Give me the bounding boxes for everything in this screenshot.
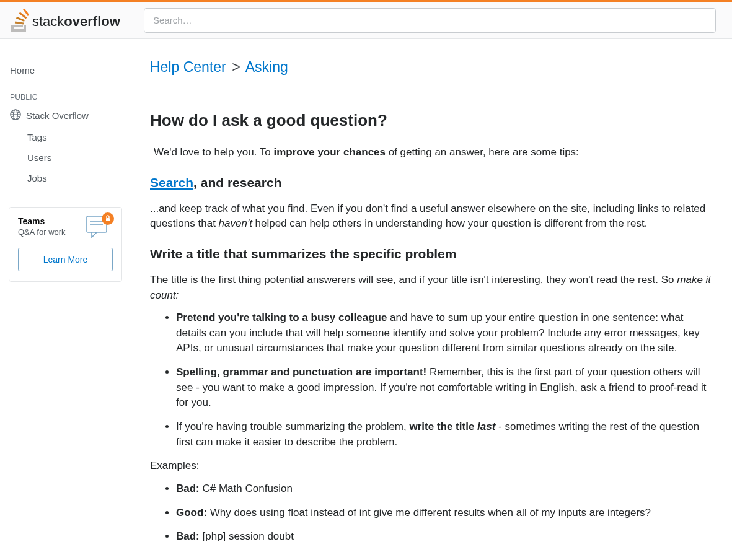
sidebar-item-stackoverflow[interactable]: Stack Overflow bbox=[0, 104, 131, 127]
search-heading: Search, and research bbox=[150, 175, 713, 190]
example-text: C# Math Confusion bbox=[200, 483, 293, 494]
example-item: Good: Why does using float instead of in… bbox=[176, 505, 713, 521]
svg-rect-16 bbox=[106, 218, 110, 221]
example-item: Bad: C# Math Confusion bbox=[176, 481, 713, 497]
article: How do I ask a good question? We'd love … bbox=[150, 111, 713, 545]
breadcrumb-asking[interactable]: Asking bbox=[245, 59, 288, 75]
sidebar-item-users[interactable]: Users bbox=[0, 147, 131, 168]
intro-text-before: We'd love to help you. To bbox=[154, 146, 274, 158]
tip-bold: Spelling, grammar and punctuation are im… bbox=[176, 366, 426, 378]
sidebar-item-tags[interactable]: Tags bbox=[0, 127, 131, 147]
breadcrumb-separator: > bbox=[230, 59, 242, 75]
title-heading: Write a title that summarizes the specif… bbox=[150, 247, 713, 261]
teams-card: Teams Q&A for work Learn More bbox=[9, 207, 122, 282]
logo[interactable]: stackoverflow bbox=[10, 9, 126, 32]
intro-paragraph: We'd love to help you. To improve your c… bbox=[150, 145, 713, 160]
intro-text-after: of getting an answer, here are some tips… bbox=[386, 146, 579, 158]
tip-item: Spelling, grammar and punctuation are im… bbox=[176, 365, 713, 411]
example-item: Bad: [php] session doubt bbox=[176, 529, 713, 545]
examples-list: Bad: C# Math Confusion Good: Why does us… bbox=[150, 481, 713, 545]
example-text: [php] session doubt bbox=[200, 530, 294, 542]
search-heading-rest: , and research bbox=[193, 175, 281, 190]
svg-rect-4 bbox=[15, 21, 24, 24]
svg-rect-5 bbox=[16, 16, 25, 21]
breadcrumb: Help Center > Asking bbox=[150, 59, 713, 87]
tip-bold: write the title bbox=[409, 421, 477, 432]
svg-rect-2 bbox=[24, 25, 26, 32]
stackoverflow-logo-icon: stackoverflow bbox=[10, 9, 126, 32]
page-title: How do I ask a good question? bbox=[150, 111, 713, 130]
tip-prefix: If you're having trouble summarizing the… bbox=[176, 421, 409, 432]
globe-icon bbox=[10, 109, 21, 122]
header: stackoverflow bbox=[0, 2, 732, 39]
sidebar-home[interactable]: Home bbox=[0, 59, 131, 82]
main-content: Help Center > Asking How do I ask a good… bbox=[131, 39, 731, 560]
title-para-before: The title is the first thing potential a… bbox=[150, 274, 677, 286]
tip-item: Pretend you're talking to a busy colleag… bbox=[176, 310, 713, 356]
teams-icon bbox=[83, 212, 115, 240]
svg-rect-3 bbox=[14, 25, 23, 27]
tip-bold-italic: last bbox=[477, 421, 495, 432]
learn-more-button[interactable]: Learn More bbox=[18, 248, 113, 271]
tips-list: Pretend you're talking to a busy colleag… bbox=[150, 310, 713, 450]
example-label: Bad: bbox=[176, 530, 200, 542]
title-paragraph: The title is the first thing potential a… bbox=[150, 273, 713, 303]
sidebar-section-public: PUBLIC bbox=[0, 82, 131, 104]
breadcrumb-help-center[interactable]: Help Center bbox=[150, 59, 226, 75]
svg-text:stackoverflow: stackoverflow bbox=[32, 14, 121, 29]
sidebar-item-label: Stack Overflow bbox=[26, 110, 89, 121]
sidebar: Home PUBLIC Stack Overflow Tags Users Jo… bbox=[0, 39, 131, 560]
sidebar-item-jobs[interactable]: Jobs bbox=[0, 168, 131, 188]
search-link[interactable]: Search bbox=[150, 175, 193, 190]
example-label: Bad: bbox=[176, 483, 200, 494]
search-para-after: helped can help others in understanding … bbox=[252, 217, 648, 229]
example-label: Good: bbox=[176, 507, 207, 518]
tip-bold: Pretend you're talking to a busy colleag… bbox=[176, 312, 387, 323]
intro-text-bold: improve your chances bbox=[274, 146, 386, 158]
search-wrap bbox=[135, 8, 725, 33]
examples-label: Examples: bbox=[150, 458, 713, 474]
example-text: Why does using float instead of int give… bbox=[207, 507, 651, 518]
search-para-italic: haven't bbox=[219, 217, 252, 229]
search-paragraph: ...and keep track of what you find. Even… bbox=[150, 201, 713, 232]
tip-item: If you're having trouble summarizing the… bbox=[176, 419, 713, 450]
search-input[interactable] bbox=[144, 8, 716, 33]
